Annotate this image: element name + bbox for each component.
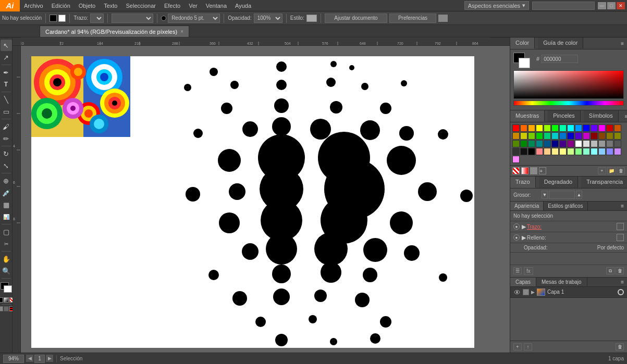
relleno-expand[interactable]: ▶ [522,234,525,241]
swatch-item[interactable] [567,148,574,155]
swatch-item[interactable] [528,148,535,155]
swatch-item[interactable] [614,148,621,155]
stroke-style-select[interactable] [112,14,153,23]
mesas-de-trabajo-tab[interactable]: Mesas de trabajo [536,278,587,286]
hand-tool[interactable]: ✋ [1,253,12,265]
swatch-item[interactable] [512,124,520,132]
swatch-item[interactable] [614,124,621,132]
document-tab[interactable]: Cardano* al 94% (RGB/Previsualización de… [40,26,189,37]
style-swatch[interactable] [306,15,317,22]
next-page-button[interactable]: ▶ [46,355,53,362]
color-panel-menu[interactable]: ≡ [618,39,627,48]
canvas-area[interactable] [21,46,510,353]
swatch-item[interactable] [536,124,543,132]
layer-1-target[interactable] [618,289,624,295]
swatch-item[interactable] [512,132,520,140]
opacidad-label[interactable]: Opacidad: [524,245,595,250]
estilos-graficos-tab[interactable]: Estilos gráficos [544,202,587,210]
brush-select[interactable]: Redondo 5 pt. [168,14,220,23]
swatch-item[interactable] [528,124,535,132]
menu-ventana[interactable]: Ventana [202,2,231,10]
extra-icon[interactable] [438,15,448,22]
chart-tool[interactable]: 📊 [1,211,12,222]
expand-arrow[interactable]: ▶ [522,223,525,230]
prev-page-button[interactable]: ◀ [26,355,33,362]
menu-efecto[interactable]: Efecto [160,2,185,10]
shapebuilder-tool[interactable]: ⊕ [1,175,12,186]
swatch-item[interactable] [575,132,582,140]
menu-objeto[interactable]: Objeto [75,2,100,10]
color-guide-tab[interactable]: Guía de color [538,37,583,49]
swatch-item[interactable] [551,132,559,140]
delete-appearance-button[interactable]: 🗑 [616,267,624,274]
swatch-item[interactable] [591,132,598,140]
swatch-item[interactable] [528,140,535,147]
pinceles-tab[interactable]: Pinceles [548,110,581,122]
capas-tab[interactable]: Capas [510,278,536,286]
relleno-icon[interactable] [617,234,624,241]
swatch-item[interactable] [583,140,590,147]
simbolos-tab[interactable]: Símbolos [584,110,619,122]
swatch-item[interactable] [606,140,613,147]
swatch-item[interactable] [598,124,606,132]
page-number-input[interactable] [34,355,45,363]
close-button[interactable]: ✕ [617,2,625,9]
appearance-options-button[interactable]: ☰ [513,267,522,274]
swatch-item[interactable] [544,124,551,132]
gradient-tool[interactable]: ▦ [1,199,12,210]
hue-slider[interactable] [513,101,624,106]
selection-tool[interactable]: ↖ [1,40,12,51]
gradient-button[interactable] [4,297,9,303]
color-none-button[interactable] [0,297,3,303]
move-to-layer-button[interactable]: ↑ [524,343,532,350]
workspace-selector[interactable]: Aspectos esenciales ▾ [464,1,529,10]
hex-color-input[interactable] [542,55,578,63]
swatch-item[interactable] [567,132,574,140]
pencil-tool[interactable]: ✏ [1,133,12,144]
menu-seleccionar[interactable]: Seleccionar [121,2,159,10]
swatch-item[interactable] [614,132,621,140]
transparencia-tab[interactable]: Transparencia [581,177,627,188]
rotate-tool[interactable]: ↻ [1,148,12,159]
swatch-item[interactable] [544,148,551,155]
grosor-input[interactable] [549,191,575,199]
swatch-item[interactable] [606,148,613,155]
slice-tool[interactable]: ✂ [1,238,12,249]
swatch-item[interactable] [614,140,621,147]
apariencia-tab[interactable]: Apariencia [510,202,544,210]
menu-archivo[interactable]: Archivo [20,2,47,10]
copy-appearance-button[interactable]: ⧉ [606,267,614,274]
swatch-item[interactable] [559,148,567,155]
paintbrush-tool[interactable]: 🖌 [1,121,12,132]
stroke-select[interactable] [90,14,104,23]
color-tab[interactable]: Color [510,37,535,49]
swatch-item[interactable] [512,156,520,163]
trazo-label[interactable]: Trazo: [527,224,614,230]
layer-1-visibility[interactable] [513,288,521,296]
zoom-tool[interactable]: 🔍 [1,265,12,277]
swatch-item[interactable] [583,132,590,140]
trazo-tab[interactable]: Trazo [510,177,536,188]
swatch-item[interactable] [575,124,582,132]
swatch-item[interactable] [512,148,520,155]
swatch-item[interactable] [606,132,613,140]
appearance-panel-menu[interactable]: ≡ [618,202,627,210]
swatch-item[interactable] [520,124,527,132]
delete-layer-button[interactable]: 🗑 [616,343,624,350]
menu-edicion[interactable]: Edición [47,2,75,10]
swatch-item[interactable] [512,140,520,147]
new-swatch-button[interactable]: + [598,167,606,174]
maximize-button[interactable]: □ [607,2,616,9]
color-spectrum[interactable] [513,70,624,99]
swatch-item[interactable] [567,124,574,132]
swatch-item[interactable] [551,140,559,147]
new-layer-button[interactable]: + [513,343,522,350]
swatch-item[interactable] [575,140,582,147]
swatch-item[interactable] [559,124,567,132]
layer-1-lock[interactable] [609,289,616,295]
swatch-item[interactable] [551,124,559,132]
folder-swatch-button[interactable]: 📁 [607,167,616,174]
stroke-swatch[interactable] [58,15,66,22]
relleno-eye[interactable]: ● [513,234,520,241]
swatch-item[interactable] [520,148,527,155]
